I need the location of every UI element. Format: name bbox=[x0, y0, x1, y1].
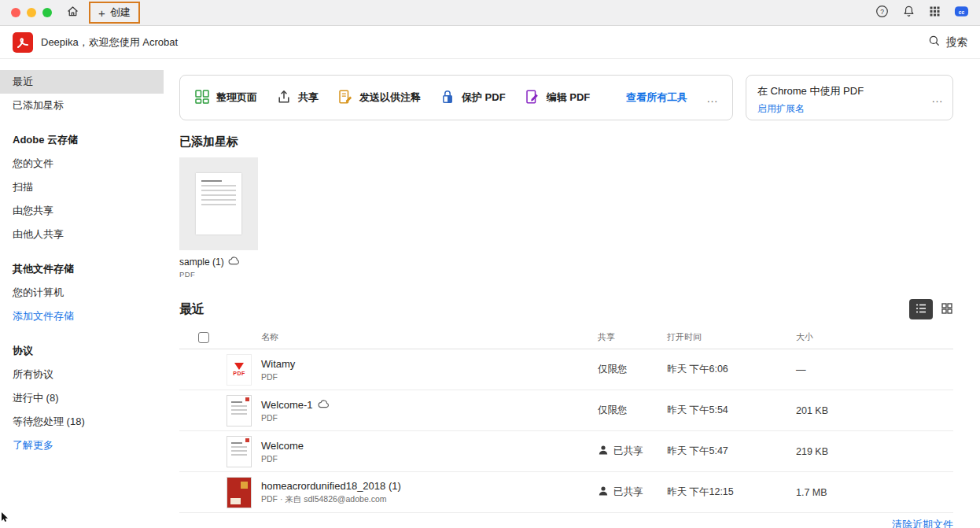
recent-section-header: 最近 bbox=[179, 299, 953, 319]
waffle-grid-icon bbox=[929, 6, 941, 20]
clear-recent-files-link[interactable]: 清除近期文件 bbox=[892, 518, 953, 528]
tools-more-button[interactable]: … bbox=[706, 91, 718, 105]
starred-file-card: sample (1) PDF bbox=[179, 157, 953, 279]
close-window-button[interactable] bbox=[11, 8, 20, 17]
quick-tools-card: 整理页面 共享 发送以供注释 保护 PDF bbox=[179, 75, 733, 120]
chrome-card-more-button[interactable]: … bbox=[931, 91, 943, 105]
sidebar-item-in-progress[interactable]: 进行中 (8) bbox=[0, 386, 164, 410]
file-name: homeacrordunified18_2018 (1) bbox=[261, 480, 598, 492]
notifications-button[interactable] bbox=[902, 5, 916, 20]
sidebar-header-agreements: 协议 bbox=[0, 339, 164, 363]
recent-table-header: 名称 共享 打开时间 大小 bbox=[179, 326, 953, 349]
list-view-icon bbox=[915, 302, 927, 317]
sidebar-item-your-files[interactable]: 您的文件 bbox=[0, 152, 164, 175]
file-meta: PDF bbox=[261, 413, 598, 423]
shared-status: 仅限您 bbox=[598, 404, 667, 417]
sidebar-item-your-computer[interactable]: 您的计算机 bbox=[0, 281, 164, 305]
sidebar-item-label: 进行中 (8) bbox=[13, 391, 59, 405]
sidebar-item-waiting-for-you[interactable]: 等待您处理 (18) bbox=[0, 410, 164, 434]
column-header-size[interactable]: 大小 bbox=[796, 331, 953, 343]
minimize-window-button[interactable] bbox=[27, 8, 36, 17]
view-all-tools-link[interactable]: 查看所有工具 bbox=[626, 90, 687, 105]
select-all-checkbox[interactable] bbox=[198, 332, 209, 343]
sidebar-item-label: 由他人共享 bbox=[13, 227, 64, 242]
table-row[interactable]: Welcome PDF 已共享 昨天 下午5:47 219 KB bbox=[179, 431, 953, 472]
tool-send-for-comments[interactable]: 发送以供注释 bbox=[337, 89, 421, 107]
help-button[interactable]: ? bbox=[875, 5, 889, 20]
file-meta: PDF bbox=[261, 454, 598, 463]
pdf-page-preview bbox=[196, 173, 241, 234]
view-toggles bbox=[909, 299, 953, 319]
starred-file-thumbnail[interactable] bbox=[179, 157, 258, 250]
home-button[interactable] bbox=[66, 5, 79, 20]
table-row[interactable]: homeacrordunified18_2018 (1) PDF · 来自 sd… bbox=[179, 472, 953, 513]
grid-view-icon bbox=[941, 302, 953, 317]
pdf-file-icon: PDF bbox=[227, 354, 252, 386]
sidebar-item-learn-more[interactable]: 了解更多 bbox=[0, 434, 164, 457]
grid-view-toggle[interactable] bbox=[941, 302, 953, 317]
edit-pdf-icon bbox=[525, 89, 540, 107]
sidebar-item-label: 由您共享 bbox=[13, 204, 53, 218]
enable-extension-link[interactable]: 启用扩展名 bbox=[757, 102, 805, 116]
sidebar-item-shared-by-you[interactable]: 由您共享 bbox=[0, 199, 164, 223]
create-button[interactable]: + 创建 bbox=[90, 3, 138, 22]
home-icon bbox=[66, 5, 79, 20]
starred-file-type: PDF bbox=[179, 270, 953, 279]
acrobat-logo-icon bbox=[13, 32, 33, 53]
svg-text:cc: cc bbox=[959, 9, 965, 15]
sidebar-item-shared-by-others[interactable]: 由他人共享 bbox=[0, 223, 164, 246]
shared-person-icon bbox=[598, 445, 609, 458]
file-size: 201 KB bbox=[796, 405, 953, 416]
column-header-shared[interactable]: 共享 bbox=[598, 331, 667, 343]
zoom-window-button[interactable] bbox=[42, 8, 52, 17]
table-row[interactable]: Welcome-1 PDF 仅限您 昨天 下午5:54 201 KB bbox=[179, 390, 953, 431]
send-for-comments-icon bbox=[337, 89, 353, 107]
sidebar-item-label: 扫描 bbox=[13, 180, 33, 194]
chrome-card-title: 在 Chrome 中使用 PDF bbox=[757, 84, 941, 98]
sidebar-item-starred[interactable]: 已添加星标 bbox=[0, 94, 164, 117]
top-cards-row: 整理页面 共享 发送以供注释 保护 PDF bbox=[179, 75, 953, 120]
sidebar-item-all-agreements[interactable]: 所有协议 bbox=[0, 363, 164, 386]
starred-section-heading: 已添加星标 bbox=[179, 135, 953, 150]
sidebar-item-add-storage[interactable]: 添加文件存储 bbox=[0, 305, 164, 328]
welcome-greeting: Deepika，欢迎您使用 Acrobat bbox=[41, 35, 178, 50]
bell-icon bbox=[902, 5, 916, 20]
table-row[interactable]: PDF Witamy PDF 仅限您 昨天 下午6:06 — bbox=[179, 349, 953, 390]
app-switcher-button[interactable] bbox=[929, 6, 941, 20]
file-meta: PDF · 来自 sdl54826@adobe.com bbox=[261, 494, 598, 505]
sidebar-item-label: 您的文件 bbox=[13, 157, 53, 171]
tool-edit-pdf[interactable]: 编辑 PDF bbox=[525, 89, 591, 107]
chrome-extension-card: 在 Chrome 中使用 PDF 启用扩展名 … bbox=[746, 75, 953, 120]
tool-protect-pdf[interactable]: 保护 PDF bbox=[440, 89, 506, 107]
column-header-opened[interactable]: 打开时间 bbox=[667, 331, 796, 343]
opened-time: 昨天 下午5:47 bbox=[667, 445, 796, 458]
creative-cloud-icon: cc bbox=[954, 4, 969, 21]
tool-organize-pages[interactable]: 整理页面 bbox=[194, 89, 257, 107]
cloud-icon bbox=[318, 399, 330, 411]
starred-file-name-row[interactable]: sample (1) bbox=[179, 257, 953, 268]
sidebar-item-scans[interactable]: 扫描 bbox=[0, 175, 164, 199]
organize-pages-icon bbox=[194, 89, 210, 107]
clear-recent-row: 清除近期文件 bbox=[179, 518, 953, 528]
search-button[interactable]: 搜索 bbox=[928, 35, 967, 50]
list-view-toggle[interactable] bbox=[909, 299, 933, 319]
plus-icon: + bbox=[98, 7, 105, 19]
sidebar-item-label: 添加文件存储 bbox=[13, 309, 74, 323]
file-name: Witamy bbox=[261, 358, 598, 370]
creative-cloud-button[interactable]: cc bbox=[954, 4, 969, 21]
image-thumbnail bbox=[227, 477, 252, 508]
file-name: Welcome bbox=[261, 440, 598, 452]
tool-label: 编辑 PDF bbox=[547, 90, 591, 105]
document-thumbnail bbox=[227, 395, 252, 426]
file-size: 1.7 MB bbox=[796, 487, 953, 498]
column-header-name[interactable]: 名称 bbox=[261, 331, 598, 343]
opened-time: 昨天 下午12:15 bbox=[667, 486, 796, 499]
protect-pdf-icon bbox=[440, 89, 455, 107]
file-meta: PDF bbox=[261, 372, 598, 382]
sidebar-item-recent[interactable]: 最近 bbox=[0, 70, 164, 94]
tool-label: 发送以供注释 bbox=[359, 90, 421, 105]
shared-status: 仅限您 bbox=[598, 363, 667, 376]
sidebar-item-label: 等待您处理 (18) bbox=[13, 415, 85, 429]
starred-file-name: sample (1) bbox=[179, 257, 224, 268]
tool-share[interactable]: 共享 bbox=[276, 89, 319, 107]
